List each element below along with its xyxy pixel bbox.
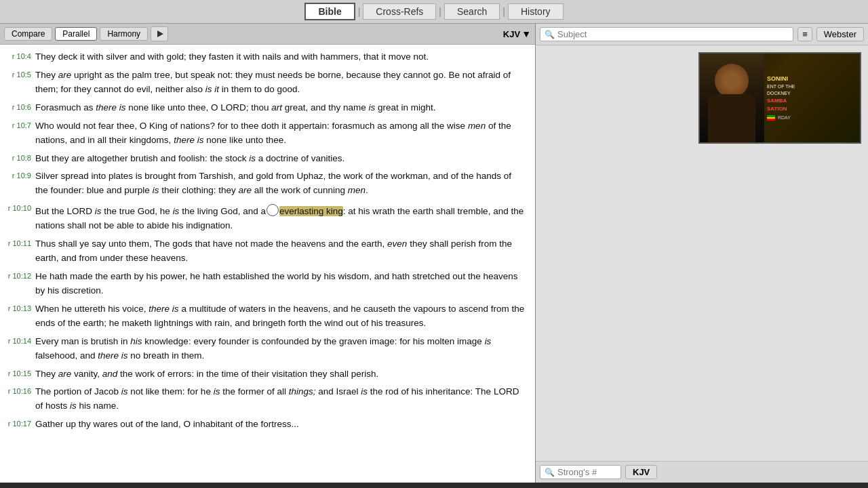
sep-3: | (500, 6, 508, 17)
verse-text: Forasmuch as there is none like unto the… (35, 101, 526, 115)
thumb-content: SONINI ENT OF THE DOCKNEY SAMBA SATION R… (700, 54, 860, 142)
person-area (700, 54, 764, 142)
secondary-toolbar: Compare Parallel Harmony KJV ▼ (0, 24, 535, 45)
list-view-button[interactable]: ≡ (797, 27, 812, 41)
thumb-line2: ENT OF THE (767, 84, 857, 89)
verse-ref[interactable]: r 10:10 (0, 202, 35, 233)
video-thumbnail[interactable]: SONINI ENT OF THE DOCKNEY SAMBA SATION R… (698, 52, 861, 144)
italic-text: are (238, 185, 252, 195)
thumb-line6: RDAY (778, 115, 791, 121)
verse-ref[interactable]: r 10:12 (0, 270, 35, 298)
table-row: r 10:17 Gather up thy wares out of the l… (0, 418, 526, 432)
verse-ref[interactable]: r 10:7 (0, 119, 35, 148)
verse-ref[interactable]: r 10:13 (0, 302, 35, 331)
verse-ref[interactable]: r 10:16 (0, 385, 35, 413)
verse-text: Silver spread into plates is brought fro… (35, 169, 526, 198)
version-dropdown-arrow[interactable]: ▼ (521, 28, 531, 39)
table-row: r 10:9 Silver spread into plates is brou… (0, 169, 526, 198)
italic-text: is (173, 206, 180, 216)
verse-ref[interactable]: r 10:8 (0, 152, 35, 166)
verse-text: They deck it with silver and with gold; … (35, 50, 526, 64)
right-search-toolbar: 🔍 Subject ≡ Webster (536, 24, 868, 45)
verse-text: He hath made the earth by his power, he … (35, 270, 526, 298)
person-body (708, 94, 755, 142)
sep-2: | (436, 6, 444, 17)
person-head (715, 64, 749, 98)
tab-history[interactable]: History (508, 3, 564, 20)
tab-bible[interactable]: Bible (304, 3, 355, 20)
italic-text: are (58, 369, 72, 379)
verse-text: Thus shall ye say unto them, The gods th… (35, 237, 526, 266)
dictionary-button[interactable]: Webster (816, 27, 864, 41)
version-label: KJV (503, 29, 520, 39)
thumb-line1: SONINI (767, 75, 857, 82)
table-row: r 10:16 The portion of Jacob is not like… (0, 385, 526, 413)
italic-text: is (361, 386, 368, 396)
table-row: r 10:12 He hath made the earth by his po… (0, 270, 526, 298)
italic-text: and (102, 369, 118, 379)
subject-search-box[interactable]: 🔍 Subject (540, 27, 793, 41)
table-row: r 10:13 When he uttereth his voice, ther… (0, 302, 526, 331)
italic-text: men (348, 185, 366, 195)
verse-text: They are vanity, and the work of errors:… (35, 367, 526, 382)
bible-text-area[interactable]: r 10:4 They deck it with silver and with… (0, 45, 535, 483)
subject-search-input[interactable]: Subject (557, 29, 789, 39)
table-row: r 10:6 Forasmuch as there is none like u… (0, 101, 526, 115)
verse-ref[interactable]: r 10:11 (0, 237, 35, 266)
right-panel: 🔍 Subject ≡ Webster (536, 24, 868, 483)
verse-ref[interactable]: r 10:4 (0, 50, 35, 64)
main-content: Compare Parallel Harmony KJV ▼ r 10:4 Th… (0, 24, 868, 483)
thumb-line3: DOCKNEY (767, 91, 857, 96)
verse-text: When he uttereth his voice, there is a m… (35, 302, 526, 331)
italic-text: is (369, 102, 376, 113)
verse-ref[interactable]: r 10:9 (0, 169, 35, 198)
play-button[interactable] (151, 26, 168, 41)
italic-text: is (95, 206, 102, 216)
bible-panel: Compare Parallel Harmony KJV ▼ r 10:4 Th… (0, 24, 536, 483)
table-row: r 10:8 But they are altogether brutish a… (0, 152, 526, 166)
verse-text: But the LORD is the true God, he is the … (35, 202, 526, 233)
italic-text: even (387, 239, 407, 249)
strongs-search-box[interactable]: 🔍 Strong's # (540, 465, 621, 479)
verse-ref[interactable]: r 10:5 (0, 68, 35, 97)
italic-text: things; (289, 386, 316, 396)
table-row: r 10:14 Every man is brutish in his know… (0, 335, 526, 363)
tab-crossrefs[interactable]: Cross-Refs (363, 3, 436, 20)
thumb-flags: RDAY (767, 115, 857, 121)
italic-text: is (70, 401, 77, 411)
verse-ref[interactable]: r 10:14 (0, 335, 35, 363)
table-row: r 10:7 Who would not fear thee, O King o… (0, 119, 526, 148)
parallel-button[interactable]: Parallel (55, 27, 97, 41)
italic-text: is (485, 336, 492, 346)
verse-text: The portion of Jacob is not like them: f… (35, 385, 526, 413)
italic-text: there is (98, 350, 127, 361)
kjv-version-label: KJV (625, 465, 657, 479)
verse-text: Every man is brutish in his knowledge: e… (35, 335, 526, 363)
verse-ref[interactable]: r 10:15 (0, 367, 35, 382)
italic-text: is (249, 153, 256, 163)
italic-text: is (214, 386, 220, 396)
verse-text: They are upright as the palm tree, but s… (35, 68, 526, 97)
harmony-button[interactable]: Harmony (100, 27, 148, 41)
italic-text: his (130, 336, 142, 346)
thumb-text-area: SONINI ENT OF THE DOCKNEY SAMBA SATION R… (764, 54, 860, 142)
table-row: r 10:5 They are upright as the palm tree… (0, 68, 526, 97)
verse-text: Gather up thy wares out of the land, O i… (35, 418, 526, 432)
bottom-status-bar (0, 483, 868, 488)
thumb-line4: SAMBA (767, 98, 857, 104)
compare-button[interactable]: Compare (4, 27, 52, 41)
italic-text: there is (174, 135, 203, 145)
version-selector[interactable]: KJV ▼ (503, 28, 531, 39)
verse-ref[interactable]: r 10:17 (0, 418, 35, 432)
table-row: r 10:11 Thus shall ye say unto them, The… (0, 237, 526, 266)
strongs-search-input[interactable]: Strong's # (557, 467, 616, 477)
search-icon-2: 🔍 (545, 468, 555, 477)
verse-ref[interactable]: r 10:6 (0, 101, 35, 115)
tab-search[interactable]: Search (444, 3, 500, 20)
thumb-line5: SATION (767, 106, 857, 112)
media-thumbnail-area: SONINI ENT OF THE DOCKNEY SAMBA SATION R… (536, 45, 868, 461)
italic-text: there is (149, 304, 178, 314)
sep-1: | (355, 6, 363, 17)
italic-text: is (153, 185, 159, 195)
text-cursor (267, 204, 279, 216)
